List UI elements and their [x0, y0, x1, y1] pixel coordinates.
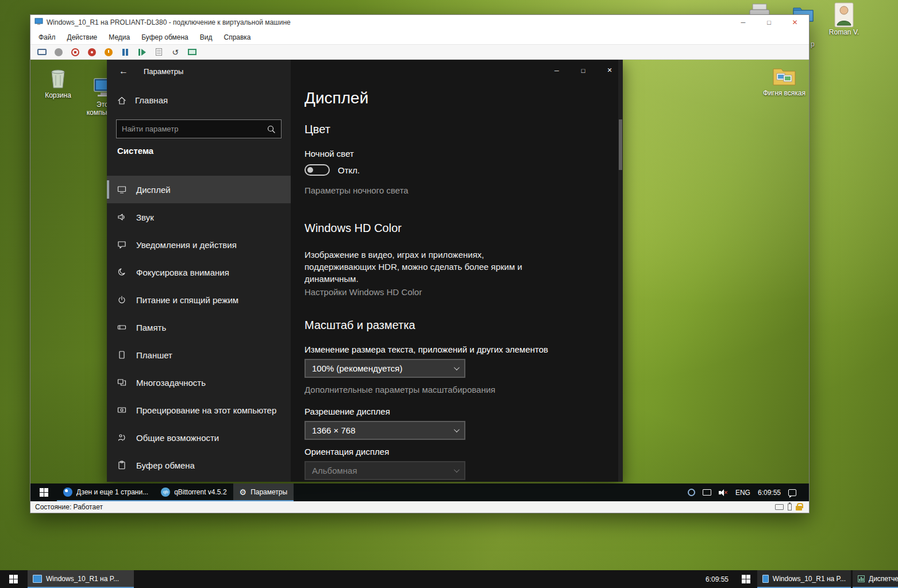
- vm-window-titlebar[interactable]: Windows_10_R1 на PROLIANT-DL380 - подклю…: [30, 15, 809, 30]
- muted-x-glyph: ✕: [723, 490, 728, 496]
- storage-icon: [117, 323, 126, 332]
- taskbar-item-settings[interactable]: ⚙ Параметры: [233, 483, 294, 501]
- search-input[interactable]: [122, 125, 254, 133]
- ctrl-alt-del-icon[interactable]: [37, 47, 47, 57]
- vm-maximize-button[interactable]: □: [756, 15, 782, 30]
- checkpoint-icon[interactable]: [153, 47, 164, 57]
- night-light-settings-link[interactable]: Параметры ночного света: [305, 185, 408, 195]
- night-light-toggle[interactable]: [305, 164, 330, 176]
- hdr-description: Изображение в видео, играх и приложениях…: [305, 249, 548, 285]
- gear-icon: ⚙: [240, 488, 247, 496]
- hdr-settings-link[interactable]: Настройки Windows HD Color: [305, 287, 422, 297]
- projecting-icon: [117, 405, 126, 415]
- chevron-down-icon: [454, 467, 460, 473]
- back-button[interactable]: ←: [114, 64, 133, 79]
- shutdown-icon[interactable]: [87, 47, 97, 57]
- revert-icon[interactable]: ↺: [170, 47, 180, 57]
- tray-display-icon[interactable]: [703, 489, 711, 496]
- sidebar-item-tablet[interactable]: Планшет: [107, 341, 291, 369]
- recycle-bin-shortcut[interactable]: Корзина: [34, 67, 82, 99]
- host-start-button-secondary[interactable]: [737, 570, 754, 588]
- home-icon: [117, 96, 126, 105]
- host-taskbar-item-task-manager[interactable]: Диспетчер: [853, 570, 898, 588]
- tray-app-icon[interactable]: [688, 489, 695, 496]
- language-indicator[interactable]: ENG: [735, 489, 750, 497]
- resume-icon[interactable]: [137, 47, 147, 57]
- sound-icon: [117, 212, 126, 222]
- vm-window-icon: [34, 17, 43, 28]
- taskbar-item-label: Диспетчер: [869, 575, 898, 583]
- sidebar-item-power-sleep[interactable]: Питание и спящий режим: [107, 286, 291, 314]
- search-icon[interactable]: [267, 125, 276, 134]
- host-taskbar-item-vm-2[interactable]: Windows_10_R1 на P...: [757, 570, 851, 588]
- sidebar-item-home[interactable]: Главная: [117, 95, 168, 105]
- settings-minimize-button[interactable]: ─: [544, 60, 570, 81]
- advanced-scaling-link[interactable]: Дополнительные параметры масштабирования: [305, 385, 495, 394]
- sidebar-item-label: Питание и спящий режим: [136, 295, 238, 305]
- sidebar-item-label: Общие возможности: [136, 433, 219, 443]
- orientation-dropdown[interactable]: Альбомная: [305, 461, 465, 480]
- user-shortcut[interactable]: Roman V.: [828, 3, 860, 36]
- sidebar-item-projecting[interactable]: Проецирование на этот компьютер: [107, 396, 291, 424]
- scaling-dropdown[interactable]: 100% (рекомендуется): [305, 359, 465, 378]
- sidebar-item-label: Многозадачность: [136, 378, 206, 388]
- home-label: Главная: [135, 95, 168, 105]
- host-clock[interactable]: 6:09:55: [702, 570, 732, 588]
- sidebar-item-sound[interactable]: Звук: [107, 203, 291, 231]
- taskbar-item-browser[interactable]: Дзен и еще 1 страни...: [57, 483, 155, 501]
- scrollbar-thumb[interactable]: [619, 119, 622, 170]
- sidebar-item-storage[interactable]: Память: [107, 314, 291, 341]
- vm-minimize-button[interactable]: ─: [730, 15, 756, 30]
- sidebar-item-clipboard[interactable]: Буфер обмена: [107, 451, 291, 479]
- volume-muted-icon[interactable]: ✕: [719, 489, 728, 496]
- vm-start-button[interactable]: [30, 483, 57, 501]
- vm-close-button[interactable]: ✕: [782, 15, 808, 30]
- multitasking-icon: [117, 378, 126, 387]
- vm-clock[interactable]: 6:09:55: [758, 489, 781, 497]
- settings-close-button[interactable]: ✕: [596, 60, 623, 81]
- sidebar-item-notifications[interactable]: Уведомления и действия: [107, 231, 291, 258]
- menu-view[interactable]: Вид: [194, 31, 218, 44]
- menu-help[interactable]: Справка: [218, 31, 256, 44]
- sidebar-item-display[interactable]: Дисплей: [107, 176, 291, 203]
- settings-nav: Дисплей Звук Уведомления и действия Фоку…: [107, 176, 291, 479]
- night-light-label: Ночной свет: [305, 149, 623, 158]
- sidebar-item-focus-assist[interactable]: Фокусировка внимания: [107, 258, 291, 286]
- menu-action[interactable]: Действие: [61, 31, 103, 44]
- sidebar-item-shared-experiences[interactable]: Общие возможности: [107, 424, 291, 451]
- menu-media[interactable]: Медиа: [103, 31, 136, 44]
- enhanced-session-icon[interactable]: [187, 47, 197, 57]
- settings-search-box[interactable]: [116, 119, 282, 138]
- display-icon: [117, 185, 126, 194]
- menu-file[interactable]: Файл: [33, 31, 61, 44]
- taskbar-item-qbittorrent[interactable]: qb qBittorrent v4.5.2: [155, 483, 233, 501]
- vmconnect-icon: [33, 575, 42, 583]
- vm-screen: Корзина Этот компьютер Фигня всякая ← Па…: [30, 60, 809, 501]
- action-center-icon[interactable]: [788, 489, 796, 496]
- user-avatar-icon: [831, 3, 857, 26]
- turn-off-icon[interactable]: [70, 47, 80, 57]
- misc-folder-shortcut[interactable]: Фигня всякая: [760, 64, 808, 97]
- settings-app-title: Параметры: [144, 67, 183, 76]
- taskbar-item-label: Windows_10_R1 на P...: [773, 575, 846, 583]
- host-taskbar-item-vm[interactable]: Windows_10_R1 на P...: [28, 570, 134, 588]
- taskbar-item-label: Windows_10_R1 на P...: [46, 575, 119, 583]
- taskbar-item-label: Параметры: [250, 488, 287, 496]
- settings-content: ─ □ ✕ Дисплей Цвет Ночной свет Откл. Пар…: [291, 60, 623, 482]
- host-start-button[interactable]: [0, 570, 26, 588]
- menu-clipboard[interactable]: Буфер обмена: [136, 31, 194, 44]
- save-state-icon[interactable]: [103, 47, 114, 57]
- start-vm-icon[interactable]: [53, 47, 64, 57]
- pause-icon[interactable]: [120, 47, 130, 57]
- settings-sidebar: ← Параметры Главная Система Дисплей: [107, 60, 291, 482]
- sidebar-item-label: Уведомления и действия: [136, 240, 237, 250]
- pictures-folder-icon: [771, 64, 797, 87]
- sidebar-item-multitasking[interactable]: Многозадачность: [107, 369, 291, 396]
- settings-maximize-button[interactable]: □: [570, 60, 596, 81]
- user-shortcut-label: Roman V.: [829, 28, 859, 36]
- sidebar-item-label: Память: [136, 323, 166, 332]
- vm-toolbar: ↺: [30, 44, 809, 60]
- battery-status-icon: [788, 504, 792, 510]
- resolution-dropdown[interactable]: 1366 × 768: [305, 421, 465, 440]
- vm-system-tray: ✕ ENG 6:09:55: [688, 483, 809, 501]
